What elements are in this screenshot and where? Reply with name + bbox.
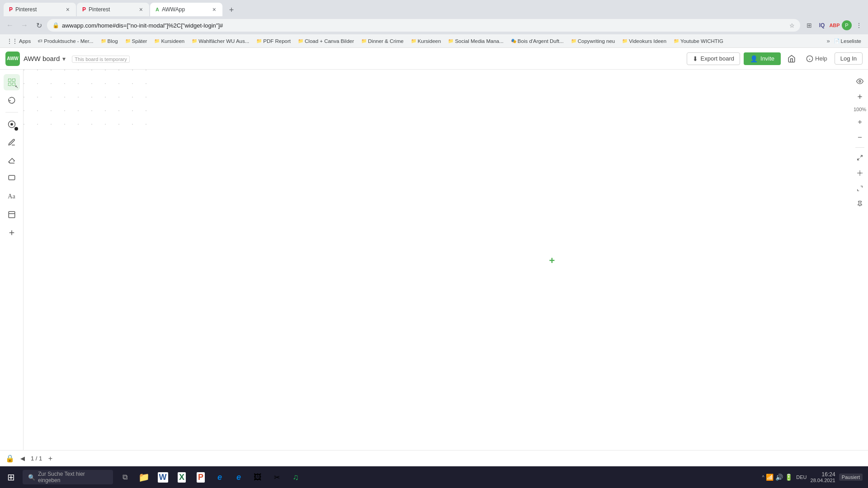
bookmark-favicon-2: 📁 bbox=[101, 38, 106, 43]
svg-point-16 bbox=[859, 80, 861, 82]
iq-button[interactable]: IQ bbox=[816, 20, 827, 31]
expand-button[interactable] bbox=[854, 182, 866, 195]
zoom-in-button[interactable] bbox=[854, 116, 866, 128]
bookmark-blog[interactable]: 📁 Blog bbox=[98, 38, 121, 45]
profile-button[interactable]: P bbox=[842, 20, 852, 30]
bookmark-bois[interactable]: 🎭 Bois d'Argent Duft... bbox=[508, 38, 567, 45]
fit-screen-button[interactable] bbox=[854, 151, 866, 164]
sticky-icon bbox=[8, 211, 16, 219]
taskbar-word[interactable]: W bbox=[154, 468, 172, 486]
taskbar-edge[interactable]: e bbox=[211, 468, 229, 486]
bookmark-favicon-14: 📁 bbox=[674, 38, 679, 43]
tray-battery[interactable]: 🔋 bbox=[785, 474, 793, 481]
app-logo: AWW bbox=[5, 52, 20, 66]
bookmark-spaeter[interactable]: 📁 Später bbox=[122, 38, 151, 45]
bookmark-dinner[interactable]: 📁 Dinner & Crime bbox=[358, 38, 407, 45]
taskbar-spotify[interactable]: ♫ bbox=[287, 468, 305, 486]
bookmark-cload[interactable]: 📁 Cload + Canva Bilder bbox=[295, 38, 357, 45]
bookmark-videokurs[interactable]: 📁 Videokurs Ideen bbox=[619, 38, 670, 45]
taskbar-excel[interactable]: X bbox=[173, 468, 191, 486]
adblock-button[interactable]: ABP bbox=[829, 20, 840, 31]
bookmark-wahlfaecher[interactable]: 📁 Wahlfächer WU Aus... bbox=[189, 38, 252, 45]
bookmark-pdf[interactable]: 📁 PDF Report bbox=[253, 38, 294, 45]
taskbar-powerpoint[interactable]: P bbox=[192, 468, 210, 486]
zoom-out-button[interactable] bbox=[854, 131, 866, 144]
page-prev-button[interactable]: ◀ bbox=[17, 453, 28, 464]
right-separator-1 bbox=[855, 147, 864, 148]
text-tool[interactable]: Aa bbox=[4, 188, 20, 205]
new-tab-button[interactable]: + bbox=[225, 4, 238, 16]
select-tool[interactable]: ↖ bbox=[4, 74, 20, 90]
bookmark-copywriting[interactable]: 📁 Copywriting neu bbox=[568, 38, 618, 45]
add-object-button[interactable] bbox=[854, 90, 866, 103]
taskbar: ⊞ 🔍 Zur Suche Text hier eingeben ⧉ 📁 W X… bbox=[0, 466, 868, 488]
bookmark-produktsuche[interactable]: 🏷 Produktsuche - Mer... bbox=[35, 38, 96, 45]
bookmark-favicon-9: 📁 bbox=[411, 38, 416, 43]
color-tool[interactable] bbox=[4, 116, 20, 132]
tray-chevron[interactable]: ^ bbox=[762, 475, 764, 480]
reload-button[interactable]: ↻ bbox=[33, 19, 45, 32]
page-indicator: 1 / 1 bbox=[31, 455, 42, 462]
tab-pinterest-2[interactable]: P Pinterest × bbox=[77, 3, 149, 16]
help-button[interactable]: Help bbox=[802, 53, 831, 65]
bookmark-socialmedia[interactable]: 📁 Social Media Mana... bbox=[445, 38, 506, 45]
pen-tool[interactable] bbox=[4, 134, 20, 150]
address-box[interactable]: 🔒 awwapp.com/home#dis=["no-init-modal"]%… bbox=[47, 19, 800, 32]
login-button[interactable]: Log In bbox=[835, 52, 863, 65]
tab-close-2[interactable]: × bbox=[138, 5, 144, 14]
bookmarks-more-button[interactable]: » bbox=[826, 38, 830, 44]
taskbar-edge2[interactable]: e bbox=[230, 468, 248, 486]
undo-tool[interactable] bbox=[4, 92, 20, 108]
cursor-plus: + bbox=[549, 255, 555, 267]
extensions-button[interactable]: ⊞ bbox=[804, 20, 815, 31]
forward-button[interactable]: → bbox=[18, 19, 31, 32]
board-dropdown-button[interactable]: ▾ bbox=[61, 54, 66, 63]
canvas-area[interactable]: + bbox=[24, 70, 868, 450]
bookmark-youtube[interactable]: 📁 Youtube WICHTIG bbox=[670, 38, 726, 45]
taskbar-photos[interactable]: 🖼 bbox=[249, 468, 267, 486]
bookmark-videokurs-label: Videokurs Ideen bbox=[629, 38, 666, 44]
start-button[interactable]: ⊞ bbox=[2, 468, 20, 486]
svg-point-24 bbox=[859, 172, 861, 174]
bookmark-leseliste[interactable]: 📄 Leseliste bbox=[831, 38, 864, 45]
svg-line-23 bbox=[858, 158, 859, 160]
visibility-button[interactable] bbox=[854, 75, 866, 88]
taskbar-taskview[interactable]: ⧉ bbox=[116, 468, 134, 486]
tray-network[interactable]: 📶 bbox=[766, 474, 774, 481]
pin-button[interactable] bbox=[854, 197, 866, 210]
pan-button[interactable] bbox=[854, 167, 866, 179]
tab-close-3[interactable]: × bbox=[212, 5, 217, 14]
zoom-out-icon bbox=[857, 134, 863, 141]
taskbar-user[interactable]: Pausiert bbox=[839, 474, 863, 481]
tab-close-1[interactable]: × bbox=[65, 5, 71, 14]
bookmark-apps[interactable]: ⋮⋮ Apps bbox=[4, 37, 34, 45]
bookmark-favicon-4: 📁 bbox=[154, 38, 160, 43]
tab-pinterest-1[interactable]: P Pinterest × bbox=[4, 3, 76, 16]
left-toolbar: ↖ bbox=[0, 70, 24, 450]
tab-awwapp[interactable]: A AWWApp × bbox=[150, 3, 222, 16]
bookmark-kursideen2[interactable]: 📁 Kursideen bbox=[408, 38, 444, 45]
taskbar-search-icon: 🔍 bbox=[28, 474, 35, 481]
taskbar-clock[interactable]: 16:24 28.04.2021 bbox=[811, 471, 835, 483]
taskbar-language[interactable]: DEU bbox=[794, 474, 808, 481]
sticky-tool[interactable] bbox=[4, 206, 20, 223]
home-button[interactable] bbox=[784, 52, 799, 66]
page-add-button[interactable]: + bbox=[45, 453, 56, 464]
taskview-icon: ⧉ bbox=[123, 473, 127, 481]
lock-icon: 🔒 bbox=[52, 22, 59, 28]
bookmark-kursideen1[interactable]: 📁 Kursideen bbox=[151, 38, 188, 45]
invite-button[interactable]: 👤 Invite bbox=[744, 52, 781, 65]
back-button[interactable]: ← bbox=[4, 19, 16, 32]
shapes-tool[interactable] bbox=[4, 170, 20, 187]
more-button[interactable]: ⋮ bbox=[854, 20, 864, 31]
snip-icon: ✂ bbox=[274, 473, 280, 482]
taskbar-search[interactable]: 🔍 Zur Suche Text hier eingeben bbox=[23, 470, 113, 484]
export-button[interactable]: ⬇ Export board bbox=[687, 52, 740, 65]
more-tool[interactable] bbox=[4, 225, 20, 241]
svg-rect-5 bbox=[8, 83, 11, 86]
eraser-tool[interactable] bbox=[4, 152, 20, 169]
taskbar-file-explorer[interactable]: 📁 bbox=[135, 468, 153, 486]
tray-volume[interactable]: 🔊 bbox=[775, 474, 783, 481]
taskbar-snip[interactable]: ✂ bbox=[268, 468, 286, 486]
tab-bar: P Pinterest × P Pinterest × A AWWApp × + bbox=[0, 0, 868, 16]
